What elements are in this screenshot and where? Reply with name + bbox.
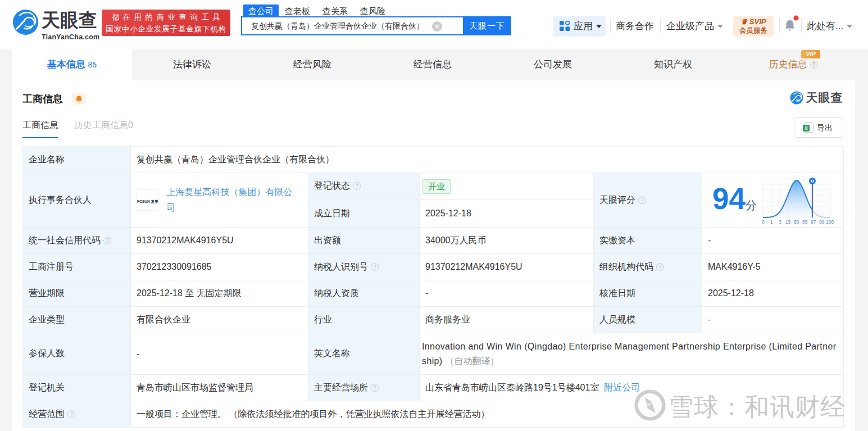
- svg-text:97: 97: [811, 219, 816, 225]
- svg-text:85: 85: [802, 219, 808, 225]
- svg-text:99: 99: [819, 219, 825, 225]
- svg-text:1: 1: [770, 219, 773, 225]
- svg-text:50: 50: [794, 219, 799, 225]
- svg-text:3: 3: [779, 219, 781, 225]
- svg-text:15: 15: [785, 219, 791, 225]
- svg-text:0: 0: [762, 219, 765, 225]
- svg-text:100: 100: [826, 219, 834, 225]
